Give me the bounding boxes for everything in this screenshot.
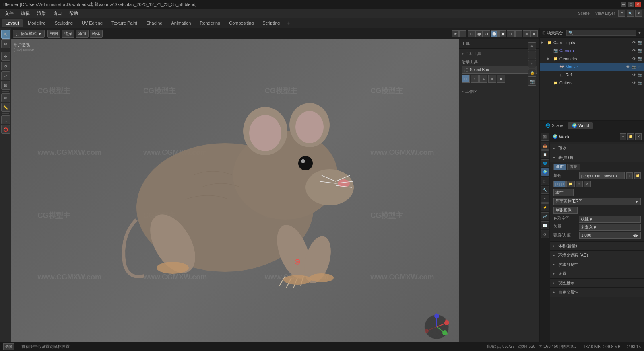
vp-icon-snap[interactable]: 🔲 (499, 30, 506, 37)
strength-value[interactable]: 1.000 ◀▶ (579, 232, 641, 239)
custom-props-header[interactable]: ▶ 自定义属性 (550, 288, 644, 297)
object-menu-btn[interactable]: 物体 (90, 30, 103, 38)
outliner-item-cam-lights[interactable]: ▶ 📁 Cam - lights 👁 📷 (540, 39, 644, 47)
mode-selector[interactable]: ⬚ 物体模式 ▼ (13, 30, 45, 38)
render-cam-lights[interactable]: 📷 (638, 41, 642, 45)
tool-icon-extra2[interactable]: ▣ (497, 75, 505, 83)
prop-tab-world[interactable]: 🌍 (541, 168, 549, 176)
cm-btn-pepp[interactable]: pepp (553, 181, 566, 187)
tab-modeling[interactable]: Modeling (24, 19, 50, 27)
prop-tab-material[interactable]: ◑ (541, 230, 549, 238)
tool-icon-extra[interactable]: ⊕ (488, 75, 496, 83)
close-button[interactable]: ✕ (635, 2, 641, 7)
top-icon-1[interactable]: ⚙ (618, 10, 625, 17)
maximize-button[interactable]: □ (628, 2, 634, 7)
tool-select[interactable]: ↖ (1, 30, 10, 39)
tab-scene[interactable]: 🌐 Scene (541, 122, 567, 129)
cm-btn-remove[interactable]: ✕ (584, 181, 591, 187)
tool-icon-lasso[interactable]: ∿ (479, 75, 487, 83)
vis-ref[interactable]: 👁 (632, 73, 636, 77)
surface-tab-surface[interactable]: 曲面 (553, 164, 566, 170)
vp-icon-rendered[interactable]: ⚪ (491, 30, 498, 37)
tool-cursor[interactable]: ⊕ (1, 39, 10, 48)
tool-rotate[interactable]: ↻ (1, 62, 10, 70)
menu-help[interactable]: 帮助 (66, 10, 81, 17)
vp-icon-perspective[interactable]: ⊞ (459, 30, 466, 37)
prop-tab-view-layer[interactable]: 📋 (541, 150, 549, 158)
select-box-button[interactable]: ⬚ Select Box (462, 66, 537, 74)
color-new-btn[interactable]: + (626, 172, 633, 179)
extra-mouse[interactable]: ⊞ (638, 65, 642, 69)
outliner-item-ref[interactable]: ⬚ Ref 👁 📷 (540, 71, 644, 79)
vis-cutters[interactable]: 👁 (632, 81, 636, 85)
select-menu-btn[interactable]: 选择 (62, 30, 74, 38)
tab-animation[interactable]: Animation (167, 19, 195, 27)
prop-close-btn[interactable]: ✕ (635, 133, 642, 140)
prop-tab-physics[interactable]: ⚡ (541, 203, 549, 211)
menu-edit[interactable]: 编辑 (18, 10, 33, 17)
vp-icon-view[interactable]: 👁 (452, 30, 459, 37)
volume-header[interactable]: ▶ 体积(音量) (550, 242, 644, 250)
prop-tab-constraints[interactable]: 🔗 (541, 212, 549, 220)
tab-scripting[interactable]: Scripting (258, 19, 284, 27)
prop-tab-object[interactable]: ⬚ (541, 177, 549, 185)
menu-file[interactable]: 文件 (2, 10, 17, 17)
tab-world[interactable]: 🌍 World (568, 122, 593, 129)
top-icon-2[interactable]: 🔍 (627, 10, 634, 17)
tab-uv-editing[interactable]: UV Editing (78, 19, 107, 27)
outliner-icon-filter2[interactable]: ▼ (638, 31, 642, 35)
render-mouse[interactable]: 📷 (632, 65, 636, 69)
color-space-value[interactable]: 线性 ▼ (579, 216, 641, 223)
viewport-display-header[interactable]: ▶ 视图显示 (550, 279, 644, 287)
vr-btn-5[interactable]: 📷 (528, 78, 536, 86)
render-geometry[interactable]: 📷 (638, 57, 642, 61)
prop-tab-output[interactable]: 📤 (541, 142, 549, 150)
tool-icon-circle[interactable]: ○ (471, 75, 479, 83)
prop-browse-btn[interactable]: 📁 (627, 133, 634, 140)
menu-render[interactable]: 渲染 (34, 10, 49, 17)
menu-window[interactable]: 窗口 (50, 10, 65, 17)
vp-icon-solid[interactable]: ⬤ (475, 30, 483, 37)
vis-cam-lights[interactable]: 👁 (632, 41, 636, 45)
tab-sculpting[interactable]: Sculpting (51, 19, 77, 27)
render-camera[interactable]: 📷 (638, 49, 642, 53)
vector-value[interactable]: 未定义 ▼ (579, 224, 641, 231)
render-cutters[interactable]: 📷 (638, 81, 642, 85)
tab-compositing[interactable]: Compositing (225, 19, 258, 27)
tool-annotate[interactable]: ✏ (1, 93, 10, 102)
color-browse-btn[interactable]: 📁 (634, 172, 641, 179)
prop-tab-modifier[interactable]: 🔧 (541, 186, 549, 194)
vp-icon-material[interactable]: ◑ (483, 30, 490, 37)
tool-transform[interactable]: ⊞ (1, 81, 10, 90)
add-workspace-button[interactable]: + (285, 19, 293, 27)
outliner-icon-filter[interactable]: ⊞ (542, 31, 545, 35)
active-tool-title[interactable]: 活动工具 (462, 50, 537, 57)
erp-dropdown[interactable]: 导面圆柱(ERP) ▼ (553, 198, 641, 205)
tool-extra-2[interactable]: ⭕ (1, 125, 10, 134)
vr-btn-2[interactable]: - (528, 51, 536, 59)
tab-texture-paint[interactable]: Texture Paint (107, 19, 141, 27)
color-value[interactable]: peppermint_powerp... (579, 172, 625, 179)
settings-header[interactable]: ▶ 设置 (550, 269, 644, 278)
prop-tab-data[interactable]: 📊 (541, 221, 549, 229)
outliner-search-input[interactable] (566, 30, 636, 36)
outliner-item-geometry[interactable]: ▶ 📁 Geometry 👁 📷 (540, 55, 644, 63)
add-menu-btn[interactable]: 添加 (76, 30, 89, 38)
vis-mouse[interactable]: 👁 (625, 65, 630, 69)
outliner-item-mouse[interactable]: 🐭 Mouse 👁 📷 ⊞ (540, 63, 644, 71)
prop-tab-scene[interactable]: 🌐 (541, 159, 549, 167)
vp-icon-wire[interactable]: ⬡ (468, 30, 475, 37)
vp-icon-transform[interactable]: ⊞ (515, 30, 522, 37)
tab-shading[interactable]: Shading (142, 19, 166, 27)
surface-tab-bg[interactable]: 背景 (567, 164, 580, 170)
vis-geometry[interactable]: 👁 (632, 57, 636, 61)
ao-header[interactable]: ▶ 环境光遮蔽 (AO) (550, 251, 644, 260)
tab-layout[interactable]: Layout (2, 19, 23, 27)
tool-scale[interactable]: ⤢ (1, 71, 10, 80)
vp-icon-overlay[interactable]: ⊕ (523, 30, 530, 37)
vr-btn-4[interactable]: 🔒 (528, 69, 536, 77)
minimize-button[interactable]: ─ (621, 2, 626, 7)
vp-icon-xray[interactable]: ▣ (530, 30, 538, 37)
surface-header[interactable]: ▼ 表(曲)面 (550, 153, 644, 162)
mode-badge[interactable]: 选择 (3, 343, 14, 350)
